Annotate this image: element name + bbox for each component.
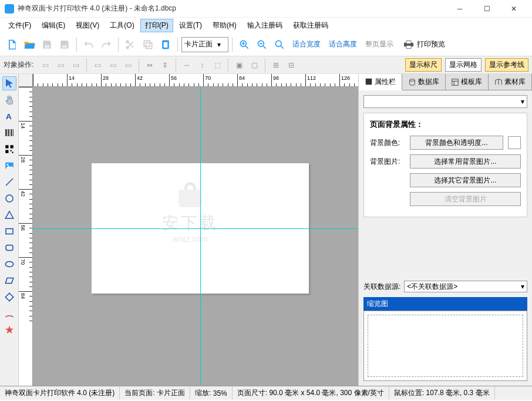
dist-h-icon[interactable]: ⇔ [143,59,157,72]
line-tool[interactable] [2,175,16,189]
thumbnail-area[interactable] [368,315,523,377]
fit-page-link[interactable]: 整页显示 [362,39,397,49]
thumbnail-panel [363,311,527,381]
same-size-icon[interactable]: ⬚ [210,59,224,72]
datasource-combo[interactable]: <不关联数据源> ▾ [404,281,527,292]
arc-tool[interactable] [2,306,16,321]
menubar: 文件(F) 编辑(E) 视图(V) 工具(O) 打印(P) 设置(T) 帮助(H… [0,18,532,33]
open-button[interactable] [21,36,38,53]
tab-templates[interactable]: 模板库 [446,74,489,90]
roundrect-tool[interactable] [2,241,16,255]
fit-height-link[interactable]: 适合高度 [325,39,361,49]
canvas[interactable]: 安下载 anxz.com [33,87,358,386]
fit-width-link[interactable]: 适合宽度 [289,39,324,49]
dist-v-icon[interactable]: ⇕ [158,59,172,72]
chevron-down-icon: ▾ [521,282,524,291]
menu-enter-reg[interactable]: 输入注册码 [243,19,287,32]
star-tool[interactable] [2,323,16,337]
toggle-guides[interactable]: 显示参考线 [485,58,528,72]
ruler-horizontal[interactable]: 14284256708498112126 [33,74,358,87]
datasource-row: 关联数据源: <不关联数据源> ▾ [363,281,527,292]
qrcode-tool[interactable] [2,142,16,156]
bg-img-other-button[interactable]: 选择其它背景图片... [410,173,521,187]
bg-section: 页面背景属性： 背景颜色: 背景颜色和透明度... 背景图片: 选择常用背景图片… [363,113,527,217]
save-button[interactable] [39,36,55,53]
svg-rect-4 [144,41,150,46]
chevron-down-icon: ▾ [521,97,524,106]
menu-help[interactable]: 帮助(H) [208,19,241,32]
guide-vertical[interactable] [200,87,201,386]
menu-edit[interactable]: 编辑(E) [37,19,70,32]
bg-img-common-button[interactable]: 选择常用背景图片... [410,154,521,169]
triangle-tool[interactable] [2,208,16,222]
chevron-down-icon: ▾ [217,41,221,49]
menu-settings[interactable]: 设置(T) [174,19,207,32]
align-left-icon[interactable]: ▭ [38,59,52,72]
align-right-icon[interactable]: ▭ [69,59,83,72]
menu-print[interactable]: 打印(P) [140,19,173,32]
bg-img-clear-button[interactable]: 清空背景图片 [410,192,521,206]
menu-file[interactable]: 文件(F) [4,19,36,32]
tab-assets[interactable]: 素材库 [489,74,532,90]
bg-color-swatch[interactable] [508,136,521,149]
same-height-icon[interactable]: ↕ [195,59,209,72]
svg-rect-16 [6,129,7,136]
cut-button[interactable] [122,36,139,53]
print-preview-button[interactable]: 打印预览 [403,39,445,49]
menu-view[interactable]: 视图(V) [71,19,104,32]
bg-color-button[interactable]: 背景颜色和透明度... [410,136,503,150]
rect-tool[interactable] [2,224,16,238]
saveas-button[interactable] [56,36,73,53]
menu-tools[interactable]: 工具(O) [105,19,139,32]
tool-palette: A [0,74,19,386]
align-top-icon[interactable]: ▭ [90,59,105,72]
close-button[interactable]: ✕ [500,0,527,18]
tab-database[interactable]: 数据库 [402,74,446,90]
send-back-icon[interactable]: ▢ [247,59,261,72]
svg-point-34 [409,79,415,81]
minimize-button[interactable]: ─ [446,0,473,18]
svg-point-32 [5,262,14,267]
svg-rect-33 [366,79,372,85]
status-page: 当前页面: 卡片正面 [120,386,190,400]
ruler-vertical[interactable]: 142842567084 [19,87,33,386]
svg-rect-31 [6,245,13,251]
align-center-h-icon[interactable]: ▭ [53,59,68,72]
group-icon[interactable]: ⊞ [269,59,283,72]
svg-rect-25 [12,152,13,153]
image-tool[interactable] [2,159,16,173]
side-select[interactable]: 卡片正面 ▾ [181,37,228,52]
svg-rect-15 [5,129,6,136]
circle-tool[interactable] [2,191,16,205]
ungroup-icon[interactable]: ⊟ [284,59,298,72]
tab-properties[interactable]: 属性栏 [359,74,402,90]
align-middle-icon[interactable]: ▭ [106,59,120,72]
zoom-fit-button[interactable] [271,36,288,53]
align-bottom-icon[interactable]: ▭ [121,59,135,72]
copy-button[interactable] [140,36,156,53]
app-icon [5,4,14,14]
new-button[interactable] [4,36,20,53]
parallelogram-tool[interactable] [2,274,16,288]
same-width-icon[interactable]: ↔ [180,59,194,72]
redo-button[interactable] [98,36,115,53]
text-tool[interactable]: A [2,109,16,123]
pan-tool[interactable] [2,93,16,107]
toggle-grid[interactable]: 显示网格 [445,58,482,72]
diamond-tool[interactable] [2,290,16,304]
zoom-in-button[interactable] [236,36,252,53]
ellipse-tool[interactable] [2,257,16,271]
maximize-button[interactable]: ☐ [473,0,500,18]
menu-get-reg[interactable]: 获取注册码 [288,19,333,32]
statusbar: 神奇双面卡片打印软件 4.0 (未注册) 当前页面: 卡片正面 缩放: 35% … [0,386,532,400]
zoom-out-button[interactable] [254,36,270,53]
select-tool[interactable] [2,76,16,90]
toggle-ruler[interactable]: 显示标尺 [405,58,442,72]
bring-front-icon[interactable]: ▣ [232,59,246,72]
bg-color-label: 背景颜色: [370,138,405,148]
paste-button[interactable] [157,36,174,53]
guide-horizontal[interactable] [33,228,358,229]
object-combo[interactable]: ▾ [363,95,527,108]
barcode-tool[interactable] [2,126,16,140]
undo-button[interactable] [80,36,97,53]
